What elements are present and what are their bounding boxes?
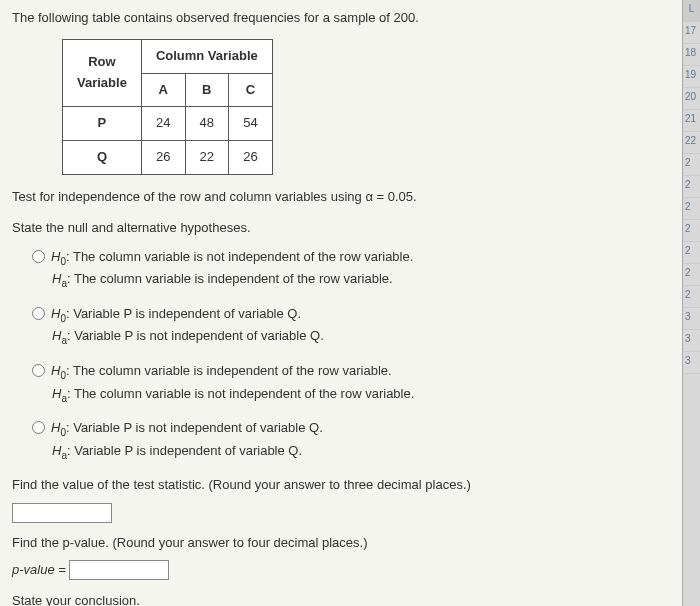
cell: 48	[185, 107, 229, 141]
column-variable-header: Column Variable	[141, 39, 272, 73]
col-b: B	[185, 73, 229, 107]
ha-line: Ha: Variable P is independent of variabl…	[52, 441, 688, 464]
radio-option-1[interactable]	[32, 250, 45, 263]
sidebar-num[interactable]: 3	[683, 330, 700, 352]
h0-line: H0: The column variable is independent o…	[51, 361, 392, 384]
frequency-table: Row Variable Column Variable A B C P 24 …	[62, 39, 273, 175]
pvalue-input[interactable]	[69, 560, 169, 580]
question-content: The following table contains observed fr…	[0, 0, 700, 606]
row-variable-header: Row Variable	[63, 39, 142, 107]
sidebar-num[interactable]: 2	[683, 154, 700, 176]
sidebar-num[interactable]: 22	[683, 132, 700, 154]
pvalue-label: p-value =	[12, 562, 66, 577]
sidebar-num[interactable]: 2	[683, 242, 700, 264]
test-prompt: Test for independence of the row and col…	[12, 187, 688, 208]
sidebar-num[interactable]: 20	[683, 88, 700, 110]
intro-text: The following table contains observed fr…	[12, 8, 688, 29]
hypotheses-prompt: State the null and alternative hypothese…	[12, 218, 688, 239]
radio-option-3[interactable]	[32, 364, 45, 377]
cell: 24	[141, 107, 185, 141]
test-statistic-prompt: Find the value of the test statistic. (R…	[12, 475, 688, 496]
pvalue-row: p-value =	[12, 560, 688, 581]
col-c: C	[229, 73, 273, 107]
option-1: H0: The column variable is not independe…	[32, 247, 688, 292]
sidebar-num[interactable]: 2	[683, 286, 700, 308]
sidebar-num[interactable]: 21	[683, 110, 700, 132]
h0-line: H0: Variable P is not independent of var…	[51, 418, 323, 441]
hypothesis-options: H0: The column variable is not independe…	[32, 247, 688, 464]
sidebar-letter[interactable]: L	[683, 0, 700, 22]
cell: 22	[185, 141, 229, 175]
radio-option-4[interactable]	[32, 421, 45, 434]
sidebar-num[interactable]: 19	[683, 66, 700, 88]
h0-line: H0: The column variable is not independe…	[51, 247, 413, 270]
option-3: H0: The column variable is independent o…	[32, 361, 688, 406]
sidebar-num[interactable]: 18	[683, 44, 700, 66]
option-2: H0: Variable P is independent of variabl…	[32, 304, 688, 349]
option-4: H0: Variable P is not independent of var…	[32, 418, 688, 463]
table-row: Q 26 22 26	[63, 141, 273, 175]
test-statistic-input[interactable]	[12, 503, 112, 523]
sidebar-nav: L 17 18 19 20 21 22 2 2 2 2 2 2 2 3 3 3	[682, 0, 700, 606]
sidebar-num[interactable]: 2	[683, 220, 700, 242]
sidebar-num[interactable]: 3	[683, 352, 700, 374]
table-row: P 24 48 54	[63, 107, 273, 141]
ha-line: Ha: The column variable is not independe…	[52, 384, 688, 407]
pvalue-prompt: Find the p-value. (Round your answer to …	[12, 533, 688, 554]
cell: 54	[229, 107, 273, 141]
sidebar-num[interactable]: 2	[683, 198, 700, 220]
col-a: A	[141, 73, 185, 107]
ha-line: Ha: The column variable is independent o…	[52, 269, 688, 292]
sidebar-num[interactable]: 3	[683, 308, 700, 330]
ha-line: Ha: Variable P is not independent of var…	[52, 326, 688, 349]
cell: 26	[229, 141, 273, 175]
conclusion-prompt: State your conclusion.	[12, 591, 688, 606]
row-p-label: P	[63, 107, 142, 141]
h0-line: H0: Variable P is independent of variabl…	[51, 304, 301, 327]
sidebar-num[interactable]: 2	[683, 264, 700, 286]
cell: 26	[141, 141, 185, 175]
row-q-label: Q	[63, 141, 142, 175]
radio-option-2[interactable]	[32, 307, 45, 320]
sidebar-num[interactable]: 17	[683, 22, 700, 44]
sidebar-num[interactable]: 2	[683, 176, 700, 198]
